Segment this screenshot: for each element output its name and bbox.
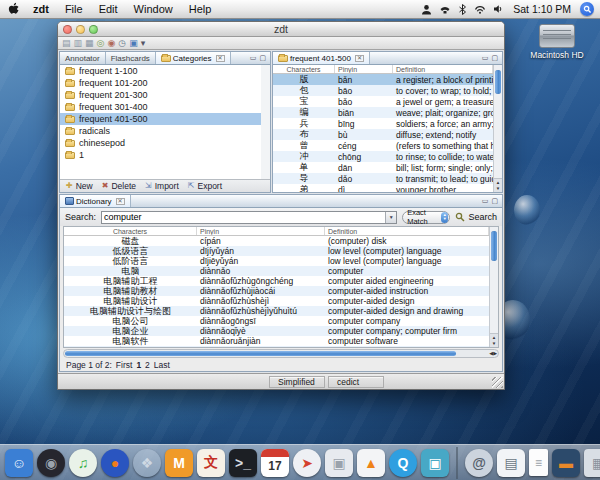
category-item[interactable]: frequent 301-400 [60, 101, 261, 113]
user-icon[interactable] [421, 4, 432, 15]
menu-clock[interactable]: Sat 1:10 PM [511, 3, 573, 15]
category-item[interactable]: chinesepod [60, 137, 261, 149]
search-history-dropdown-icon[interactable]: ▼ [385, 212, 396, 223]
search-button[interactable]: Search [455, 212, 497, 222]
dock-ghost-app-icon[interactable]: ❖ [133, 449, 161, 477]
category-item[interactable]: frequent 401-500 [60, 113, 261, 125]
page-last-link[interactable]: Last [154, 360, 170, 370]
flashcard-icon[interactable]: ▥ [74, 38, 83, 49]
table-row[interactable]: 电脑网diànnǎowǎngcomputer network; Internet [64, 346, 489, 347]
dict-table-header[interactable]: CharactersPinyinDefinition [64, 227, 489, 236]
search-field[interactable]: ▼ [101, 211, 397, 224]
column-header-definition[interactable]: Definition [325, 227, 489, 235]
session-icon[interactable]: ◎ [97, 38, 105, 49]
dock-media-player-icon[interactable]: ◉ [37, 449, 65, 477]
stats-icon[interactable]: ◉ [107, 38, 115, 49]
dock-finder-icon[interactable]: ☺ [5, 449, 33, 477]
resize-grip[interactable] [492, 377, 503, 388]
search-input[interactable] [102, 212, 385, 223]
menu-zdt[interactable]: zdt [25, 0, 57, 18]
cell-pinyin: diànnǎofǔzhùshèjìyǔhuìtú [197, 306, 325, 316]
phone-icon[interactable] [439, 4, 451, 15]
close-tab-icon[interactable]: ✕ [116, 198, 125, 205]
dock-ical-icon[interactable]: 17 [261, 449, 289, 477]
category-item[interactable]: frequent 1-100 [60, 65, 261, 77]
import-button[interactable]: ⇲Import [145, 181, 179, 191]
char-table-scrollbar[interactable]: ▲▼ [493, 65, 502, 192]
dock-mail-stack-icon[interactable]: @ [465, 449, 493, 477]
dock-chart-window-icon[interactable]: ▤ [497, 449, 525, 477]
dock-chinese-app-icon[interactable]: 文 [197, 449, 225, 477]
close-tab-icon[interactable]: ✕ [216, 55, 225, 62]
scrollbar-thumb[interactable] [65, 351, 456, 356]
scrollbar-thumb[interactable] [491, 231, 497, 261]
annotate-doc-icon[interactable]: ▤ [62, 38, 71, 49]
dock-orange-m-app-icon[interactable]: M [165, 449, 193, 477]
close-tab-icon[interactable]: ✕ [355, 55, 364, 62]
category-folder-icon[interactable]: ▦ [85, 38, 94, 49]
dict-horizontal-scrollbar[interactable]: ◀▶ [63, 349, 499, 358]
maximize-view-icon[interactable]: ▢ [491, 54, 498, 62]
macintosh-hd-icon[interactable]: Macintosh HD [528, 24, 586, 60]
column-header-definition[interactable]: Definition [393, 65, 493, 73]
match-mode-select[interactable]: Exact Match ▲▼ [402, 211, 450, 224]
menu-file[interactable]: File [57, 0, 91, 18]
menu-help[interactable]: Help [181, 0, 220, 18]
dropdown-arrow-icon[interactable]: ▾ [141, 38, 146, 49]
tab-flashcards[interactable]: Flashcards [106, 52, 156, 64]
dock-minimized-window-icon[interactable]: ▬ [552, 449, 580, 477]
char-table-header[interactable]: CharactersPinyinDefinition [273, 65, 493, 74]
menu-window[interactable]: Window [126, 0, 181, 18]
dock-preview-icon[interactable]: ▣ [421, 449, 449, 477]
dock-firefox-icon[interactable]: ● [101, 449, 129, 477]
new-category-icon: ✚ [66, 182, 73, 190]
dock-itunes-icon[interactable]: ♫ [69, 449, 97, 477]
column-header-pinyin[interactable]: Pinyin [335, 65, 393, 73]
minimize-view-icon[interactable]: ▭ [250, 54, 257, 62]
timer-icon[interactable]: ◷ [118, 38, 126, 49]
new-button[interactable]: ✚New [66, 181, 93, 191]
column-header-characters[interactable]: Characters [64, 227, 197, 235]
tab-frequent-401-500[interactable]: frequent 401-500 ✕ [273, 52, 370, 64]
delete-button[interactable]: ✖Delete [102, 181, 136, 191]
tab-annotator[interactable]: Annotator [60, 52, 106, 64]
minimize-view-icon[interactable]: ▭ [482, 54, 489, 62]
window-titlebar[interactable]: zdt [58, 22, 504, 37]
dict-table-scrollbar[interactable]: ▲▼ [489, 227, 498, 347]
maximize-view-icon[interactable]: ▢ [491, 197, 498, 205]
tab-dictionary[interactable]: Dictionary ✕ [60, 195, 131, 207]
volume-icon[interactable] [493, 4, 504, 14]
tab-categories[interactable]: Categories ✕ [156, 52, 231, 64]
wordlist-tab-row: frequent 401-500 ✕ ▭ ▢ [273, 52, 502, 65]
menu-edit[interactable]: Edit [91, 0, 126, 18]
scrollbar-thumb[interactable] [495, 70, 501, 94]
dock-icon-glyph: 文 [204, 454, 218, 472]
dock-text-document-icon[interactable]: ≡ [529, 449, 548, 476]
dictionary-grid-icon[interactable]: ▣ [129, 38, 138, 49]
page-link-1[interactable]: 1 [136, 360, 141, 370]
minimize-view-icon[interactable]: ▭ [482, 197, 489, 205]
export-button[interactable]: ⇱Export [188, 181, 222, 191]
column-header-characters[interactable]: Characters [273, 65, 335, 73]
maximize-view-icon[interactable]: ▢ [259, 54, 266, 62]
cell-definition: computer [325, 266, 489, 276]
category-item[interactable]: frequent 201-300 [60, 89, 261, 101]
apple-menu-icon[interactable] [6, 2, 21, 17]
spotlight-icon[interactable] [580, 2, 594, 16]
category-item[interactable]: radicals [60, 125, 261, 137]
dock-terminal-icon[interactable]: >_ [229, 449, 257, 477]
bluetooth-icon[interactable] [458, 4, 467, 15]
column-header-pinyin[interactable]: Pinyin [197, 227, 325, 235]
category-item[interactable]: 1 [60, 149, 261, 161]
wifi-icon[interactable] [474, 4, 486, 14]
dock-vlc-icon[interactable]: ▲ [357, 449, 385, 477]
dock-quicktime-icon[interactable]: Q [389, 449, 417, 477]
dock-rocket-app-icon[interactable]: ➤ [293, 449, 321, 477]
page-link-2[interactable]: 2 [145, 360, 150, 370]
dictionary-source-status: cedict [328, 376, 384, 388]
dock-trash-icon[interactable]: ▦ [584, 449, 600, 477]
table-row[interactable]: 弟dìyounger brother [273, 184, 493, 192]
category-item[interactable]: frequent 101-200 [60, 77, 261, 89]
page-first-link[interactable]: First [116, 360, 133, 370]
dock-installer-icon[interactable]: ▣ [325, 449, 353, 477]
